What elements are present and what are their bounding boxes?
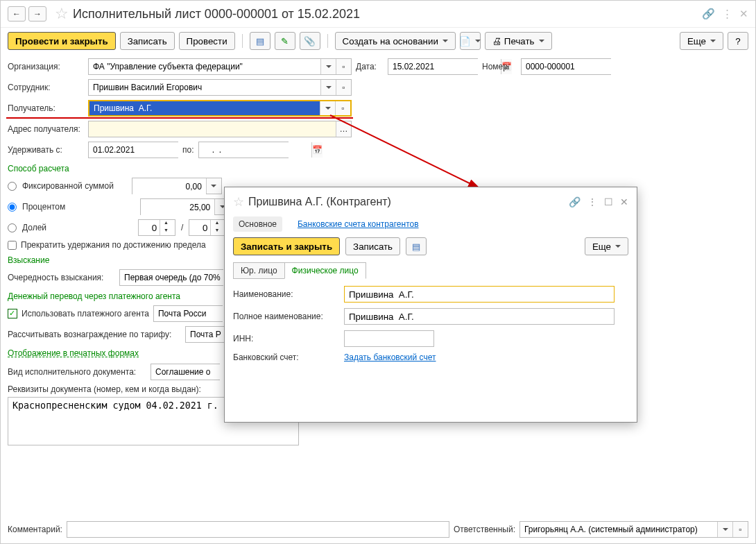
use-agent-checkbox[interactable] — [8, 309, 17, 318]
order-field[interactable] — [120, 270, 232, 285]
org-field[interactable] — [89, 59, 320, 74]
radio-fixed-label: Фиксированной суммой — [22, 181, 114, 191]
tariff-label: Рассчитывать вознаграждение по тарифу: — [8, 330, 181, 339]
modal-maximize-icon[interactable]: ☐ — [604, 196, 613, 207]
attach-icon-button[interactable]: 📎 — [300, 32, 320, 50]
radio-percent[interactable] — [8, 203, 17, 212]
modal-tab-bank[interactable]: Банковские счета контрагентов — [296, 216, 420, 232]
from-label: Удерживать с: — [8, 145, 84, 155]
link-icon[interactable]: 🔗 — [702, 8, 715, 20]
nav-back-button[interactable]: ← — [8, 6, 26, 22]
more-button[interactable]: Еще — [680, 32, 723, 50]
org-label: Организация: — [8, 62, 84, 71]
toolbar-separator — [327, 34, 328, 48]
percent-value-input[interactable] — [141, 199, 214, 216]
toolbar-separator — [242, 34, 243, 48]
radio-percent-label: Процентом — [22, 202, 65, 212]
share-num-stepper[interactable]: ▲▼ — [138, 219, 175, 236]
modal-more-button[interactable]: Еще — [585, 237, 628, 255]
org-open-icon[interactable]: ▫ — [336, 59, 351, 74]
post-and-close-button[interactable]: Провести и закрыть — [8, 32, 116, 50]
resp-dropdown-icon[interactable] — [717, 522, 732, 537]
share-num-input[interactable] — [139, 220, 160, 235]
radio-share[interactable] — [8, 223, 17, 232]
attachments-dropdown-button[interactable]: 📄 — [460, 32, 481, 50]
modal-link-icon[interactable]: 🔗 — [569, 196, 581, 207]
resp-open-icon[interactable]: ▫ — [732, 522, 748, 537]
to-input[interactable]: 📅 — [198, 142, 289, 158]
m-full-label: Полное наименование: — [233, 312, 344, 321]
modal-menu-icon[interactable]: ⋮ — [587, 196, 597, 207]
num-field[interactable] — [522, 59, 634, 74]
radio-fixed[interactable] — [8, 182, 17, 191]
to-calendar-icon[interactable]: 📅 — [311, 142, 323, 158]
method-heading: Способ расчета — [8, 164, 748, 173]
modal-write-close-button[interactable]: Записать и закрыть — [233, 237, 340, 255]
num-input[interactable] — [521, 58, 611, 75]
highlight-underline — [6, 117, 353, 119]
m-acct-label: Банковский счет: — [233, 352, 344, 362]
emp-input[interactable]: ▫ — [88, 79, 352, 96]
favorite-star-icon[interactable]: ☆ — [55, 5, 69, 23]
from-input[interactable]: 📅 — [88, 142, 178, 158]
create-based-on-button[interactable]: Создать на основании — [335, 32, 456, 50]
share-den-stepper[interactable]: ▲▼ — [189, 219, 226, 236]
print-button[interactable]: 🖨 Печать — [485, 32, 552, 50]
nav-forward-button[interactable]: → — [28, 6, 46, 22]
radio-share-label: Долей — [22, 223, 46, 232]
m-full-input[interactable] — [344, 308, 615, 325]
modal-star-icon[interactable]: ☆ — [233, 194, 244, 210]
sub-tab-person[interactable]: Физическое лицо — [284, 262, 366, 279]
share-den-input[interactable] — [189, 220, 210, 235]
addr-ellipsis-icon[interactable]: … — [336, 121, 351, 137]
recv-label: Получатель: — [8, 103, 84, 113]
modal-close-icon[interactable]: ✕ — [620, 196, 628, 207]
to-field[interactable] — [199, 142, 311, 158]
m-name-input[interactable] — [344, 286, 615, 303]
m-inn-label: ИНН: — [233, 334, 344, 343]
m-inn-input[interactable] — [344, 330, 434, 347]
num-label: Номер: — [482, 62, 517, 71]
recv-field[interactable] — [89, 101, 320, 115]
write-button[interactable]: Записать — [120, 32, 175, 50]
comment-field[interactable] — [67, 522, 449, 537]
date-input[interactable]: 📅 — [388, 58, 478, 75]
doc-type-label: Вид исполнительного документа: — [8, 367, 146, 377]
resp-label: Ответственный: — [454, 525, 515, 534]
order-input[interactable] — [119, 269, 223, 286]
sub-tab-legal[interactable]: Юр. лицо — [233, 262, 285, 279]
stop-label: Прекратить удержания по достижению преде… — [21, 240, 206, 250]
post-button[interactable]: Провести — [179, 32, 235, 50]
form-icon-button[interactable]: ▤ — [250, 32, 270, 50]
addr-input[interactable]: … — [88, 121, 352, 137]
recv-open-icon[interactable]: ▫ — [335, 101, 350, 115]
recv-input[interactable]: ▫ — [88, 100, 352, 117]
fixed-value-input[interactable] — [132, 178, 206, 195]
modal-title: Пришвина А.Г. (Контрагент) — [248, 196, 562, 208]
fixed-stepper-icon[interactable] — [206, 178, 221, 194]
emp-label: Сотрудник: — [8, 83, 84, 92]
resp-field[interactable] — [520, 522, 717, 537]
print-forms-link[interactable]: Отображение в печатных формах — [8, 348, 139, 358]
m-name-label: Наименование: — [233, 289, 344, 299]
emp-dropdown-icon[interactable] — [320, 80, 336, 95]
use-agent-label: Использовать платежного агента — [22, 309, 149, 318]
help-button[interactable]: ? — [728, 32, 748, 50]
emp-open-icon[interactable]: ▫ — [336, 80, 351, 95]
modal-form-icon-button[interactable]: ▤ — [406, 237, 427, 255]
addr-label: Адрес получателя: — [8, 124, 84, 134]
menu-icon[interactable]: ⋮ — [722, 8, 732, 20]
recv-dropdown-icon[interactable] — [320, 101, 335, 115]
close-window-icon[interactable]: ✕ — [739, 8, 748, 20]
m-acct-link[interactable]: Задать банковский счет — [344, 352, 436, 362]
page-title: Исполнительный лист 0000-000001 от 15.02… — [73, 7, 702, 22]
stop-checkbox[interactable] — [8, 241, 17, 250]
addr-field[interactable] — [89, 121, 336, 137]
org-input[interactable]: ▫ — [88, 58, 352, 75]
pencil-icon-button[interactable]: ✎ — [275, 32, 295, 50]
emp-field[interactable] — [89, 80, 320, 95]
modal-tab-main[interactable]: Основное — [233, 216, 282, 232]
contragent-modal: ☆ Пришвина А.Г. (Контрагент) 🔗 ⋮ ☐ ✕ Осн… — [224, 187, 637, 423]
modal-write-button[interactable]: Записать — [345, 237, 400, 255]
org-dropdown-icon[interactable] — [320, 59, 336, 74]
